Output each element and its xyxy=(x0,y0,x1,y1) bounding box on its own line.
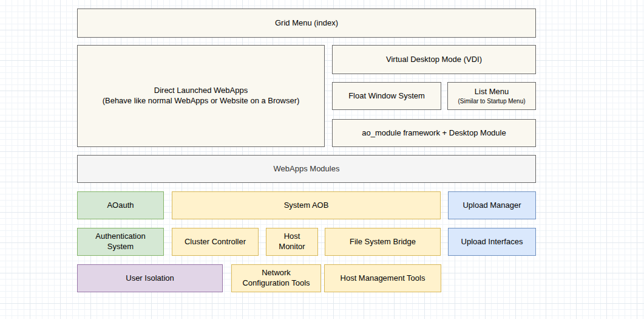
node-host-management-tools: Host Management Tools xyxy=(324,264,441,292)
node-file-system-bridge: File System Bridge xyxy=(325,228,441,256)
node-direct-launched-webapps: Direct Launched WebApps (Behave like nor… xyxy=(77,45,325,147)
diagram-canvas: Grid Menu (index) Direct Launched WebApp… xyxy=(0,0,644,319)
node-label: List Menu xyxy=(475,87,509,97)
node-user-isolation: User Isolation xyxy=(77,264,223,292)
node-label: Cluster Controller xyxy=(185,237,246,247)
node-list-menu: List Menu (Similar to Startup Menu) xyxy=(447,82,536,110)
node-host-monitor: Host Monitor xyxy=(266,228,318,256)
node-label: Upload Interfaces xyxy=(461,237,523,247)
node-label: File System Bridge xyxy=(350,237,416,247)
node-label: Upload Manager xyxy=(463,201,521,211)
node-label: Host Management Tools xyxy=(341,273,425,284)
node-aoauth: AOauth xyxy=(77,191,164,219)
node-upload-manager: Upload Manager xyxy=(448,191,536,219)
node-network-configuration-tools: Network Configuration Tools xyxy=(231,264,321,292)
node-ao-module-framework: ao_module framework + Desktop Module xyxy=(332,119,536,147)
node-label: Virtual Desktop Mode (VDI) xyxy=(386,55,482,65)
node-sublabel: (Similar to Startup Menu) xyxy=(458,97,525,105)
node-label: Authentication System xyxy=(95,232,145,252)
node-label: Host Monitor xyxy=(279,232,305,252)
node-label: Float Window System xyxy=(348,91,425,101)
node-label: Direct Launched WebApps (Behave like nor… xyxy=(103,86,300,106)
node-webapps-modules: WebApps Modules xyxy=(77,155,536,183)
node-label: User Isolation xyxy=(126,273,174,284)
node-label: System AOB xyxy=(284,201,329,211)
node-label: AOauth xyxy=(107,201,134,211)
node-authentication-system: Authentication System xyxy=(77,228,164,256)
node-label: WebApps Modules xyxy=(274,164,340,174)
node-grid-menu: Grid Menu (index) xyxy=(77,9,536,38)
node-label: Grid Menu (index) xyxy=(275,18,338,29)
node-label: Network Configuration Tools xyxy=(242,268,310,289)
node-system-aob: System AOB xyxy=(172,191,441,219)
node-cluster-controller: Cluster Controller xyxy=(172,228,259,256)
node-virtual-desktop-mode: Virtual Desktop Mode (VDI) xyxy=(332,45,536,74)
node-label: ao_module framework + Desktop Module xyxy=(362,128,506,139)
node-upload-interfaces: Upload Interfaces xyxy=(448,228,536,256)
node-float-window-system: Float Window System xyxy=(332,82,441,110)
